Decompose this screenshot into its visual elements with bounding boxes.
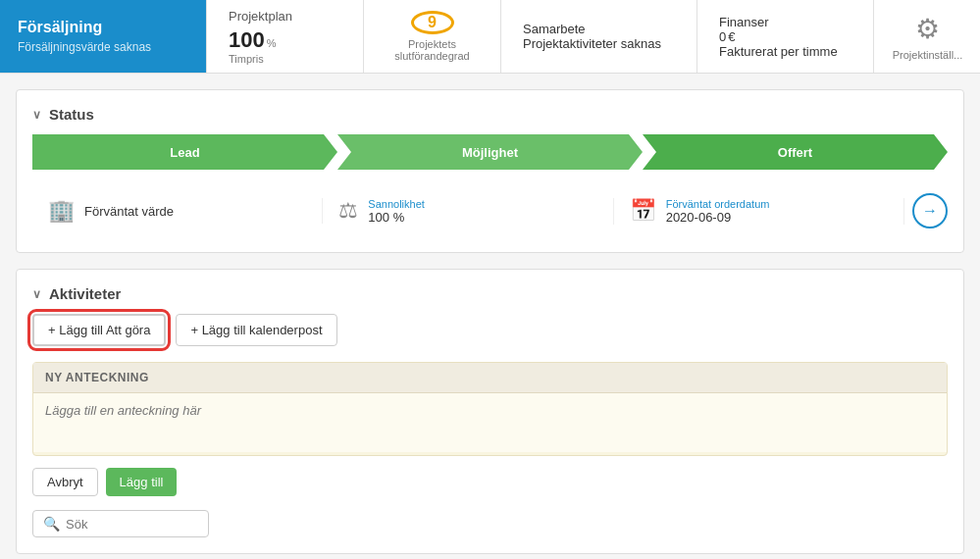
main-content: ∨ Status Lead Möjlighet Offert 🏢 Förvänt… xyxy=(0,74,980,559)
finanser-sublabel: Fakturerat per timme xyxy=(719,44,851,59)
sannolikhet-label: Sannolikhet xyxy=(368,198,425,210)
status-arrow-button[interactable]: → xyxy=(912,193,948,229)
forsaljning-subtitle: Försäljningsvärde saknas xyxy=(18,40,188,54)
add-todo-button[interactable]: + Lägg till Att göra xyxy=(32,314,166,346)
search-row[interactable]: 🔍 xyxy=(32,510,209,537)
timpris-unit: % xyxy=(267,37,277,49)
note-buttons: Avbryt Lägg till xyxy=(32,468,948,496)
search-icon: 🔍 xyxy=(43,516,60,532)
forsaljning-title: Försäljning xyxy=(18,19,188,36)
timpris-value: 100 xyxy=(229,27,265,53)
forvantad-varde-text: Förväntat värde xyxy=(84,204,174,219)
building-icon: 🏢 xyxy=(48,198,75,224)
projektplan-section: Projektplan 100 % Timpris xyxy=(206,0,363,73)
status-bar: Lead Möjlighet Offert xyxy=(32,134,948,170)
status-heading: ∨ Status xyxy=(32,106,948,123)
forsaljning-section: Försäljning Försäljningsvärde saknas xyxy=(0,0,206,73)
orderdatum-text: Förväntat orderdatum 2020-06-09 xyxy=(666,198,770,225)
chevron-down-icon: ∨ xyxy=(32,108,41,122)
add-calendar-button[interactable]: + Lägg till kalenderpost xyxy=(176,314,336,346)
projektplan-label: Projektplan xyxy=(229,9,341,24)
sannolikhet-item: ⚖ Sannolikhet 100 % xyxy=(323,198,613,225)
activity-button-row: + Lägg till Att göra + Lägg till kalende… xyxy=(32,314,948,346)
samarbete-label: Samarbete xyxy=(523,22,675,36)
aktiviteter-heading: ∨ Aktiviteter xyxy=(32,285,948,302)
note-textarea[interactable] xyxy=(33,393,947,452)
search-input[interactable] xyxy=(66,517,198,532)
settings-label: Projektinställ... xyxy=(893,49,963,61)
sannolikhet-text: Sannolikhet 100 % xyxy=(368,198,425,225)
forvantad-varde-item: 🏢 Förväntat värde xyxy=(32,198,323,224)
finanser-value: 0 xyxy=(719,29,726,44)
scale-icon: ⚖ xyxy=(338,198,358,224)
circle-label: Projektets slutförandegrad xyxy=(386,38,479,62)
samarbete-subtitle: Projektaktiviteter saknas xyxy=(523,36,675,51)
add-note-button[interactable]: Lägg till xyxy=(106,468,178,496)
cancel-button[interactable]: Avbryt xyxy=(32,468,98,496)
aktiviteter-block: ∨ Aktiviteter + Lägg till Att göra + Läg… xyxy=(16,269,964,554)
circle-number: 9 xyxy=(411,11,454,34)
note-header: NY ANTECKNING xyxy=(33,363,947,393)
forvantad-varde-label: Förväntat värde xyxy=(84,204,174,219)
circle-section: 9 Projektets slutförandegrad xyxy=(363,0,500,73)
gear-icon: ⚙ xyxy=(915,13,940,45)
finanser-label: Finanser xyxy=(719,15,851,29)
status-step-mojlighet[interactable]: Möjlighet xyxy=(337,134,643,170)
orderdatum-label: Förväntat orderdatum xyxy=(666,198,770,210)
status-info-row: 🏢 Förväntat värde ⚖ Sannolikhet 100 % 📅 … xyxy=(32,185,948,236)
status-step-mojlighet-label: Möjlighet xyxy=(462,145,518,160)
finanser-currency: € xyxy=(728,29,735,44)
status-step-lead[interactable]: Lead xyxy=(32,134,337,170)
orderdatum-item: 📅 Förväntat orderdatum 2020-06-09 xyxy=(614,198,904,225)
orderdatum-value: 2020-06-09 xyxy=(666,210,770,225)
status-block: ∨ Status Lead Möjlighet Offert 🏢 Förvänt… xyxy=(16,89,964,253)
timpris-label: Timpris xyxy=(229,53,341,65)
status-step-offert-label: Offert xyxy=(778,145,812,160)
settings-section[interactable]: ⚙ Projektinställ... xyxy=(873,0,980,73)
top-header: Försäljning Försäljningsvärde saknas Pro… xyxy=(0,0,980,74)
status-step-lead-label: Lead xyxy=(170,145,199,160)
note-section: NY ANTECKNING xyxy=(32,362,948,456)
finanser-section: Finanser 0 € Fakturerat per timme xyxy=(696,0,873,73)
calendar-icon: 📅 xyxy=(630,198,656,224)
chevron-down-icon-aktiviteter: ∨ xyxy=(32,287,41,301)
sannolikhet-value: 100 % xyxy=(368,210,425,225)
status-step-offert[interactable]: Offert xyxy=(643,134,948,170)
samarbete-section: Samarbete Projektaktiviteter saknas xyxy=(500,0,696,73)
